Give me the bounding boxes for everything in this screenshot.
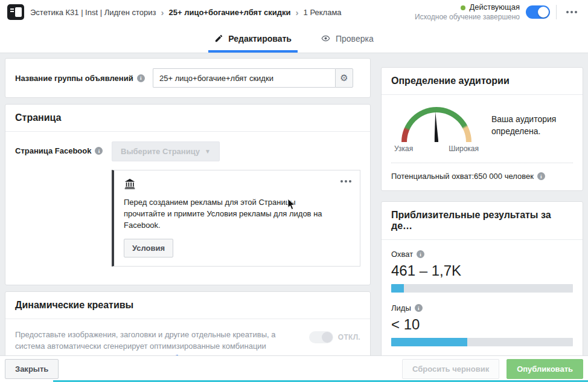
gauge-left-label: Узкая bbox=[394, 144, 413, 153]
divider bbox=[391, 163, 573, 163]
leads-progress-fill bbox=[391, 338, 467, 346]
chevron-right-icon bbox=[161, 8, 164, 17]
reach-progress-bar bbox=[391, 284, 573, 293]
adset-name-card: Название группы объявлений i ⚙ bbox=[5, 58, 371, 98]
chevron-right-icon bbox=[296, 8, 299, 17]
tab-review[interactable]: Проверка bbox=[318, 24, 376, 53]
toggle-knob bbox=[538, 7, 549, 18]
leads-label: Лиды bbox=[391, 303, 411, 312]
breadcrumb-adset[interactable]: 25+ лицо+богачие+лбят скидки bbox=[169, 8, 291, 17]
gear-icon: ⚙ bbox=[340, 73, 348, 83]
page-card: Страница Страница Facebook i Выберите Ст… bbox=[5, 104, 371, 285]
adset-name-label: Название группы объявлений bbox=[15, 74, 133, 83]
status-label: Действующая bbox=[469, 2, 520, 12]
reach-progress-fill bbox=[391, 284, 404, 293]
status-sublabel: Исходное обучение завершено bbox=[415, 13, 520, 22]
leads-value: < 10 bbox=[391, 316, 573, 333]
ads-manager-screen: Эстетика К31 | Inst | Лидген сториз 25+ … bbox=[0, 0, 588, 382]
facebook-page-label-row: Страница Facebook i bbox=[15, 141, 112, 155]
main-content: Название группы объявлений i ⚙ Страница bbox=[0, 53, 588, 382]
adset-name-settings-button[interactable]: ⚙ bbox=[335, 68, 353, 88]
tab-edit-label: Редактировать bbox=[228, 34, 292, 44]
pencil-icon bbox=[214, 34, 223, 43]
right-column: Определение аудитории Узкая Широкая bbox=[381, 58, 583, 377]
audience-definition-title: Определение аудитории bbox=[382, 68, 583, 95]
breadcrumb-ad[interactable]: 1 Реклама bbox=[304, 8, 342, 17]
reach-value: 461 – 1,7K bbox=[391, 262, 573, 279]
info-icon[interactable]: i bbox=[417, 250, 424, 258]
delivery-status: Действующая Исходное обучение завершено bbox=[415, 2, 520, 21]
breadcrumb-campaign[interactable]: Эстетика К31 | Inst | Лидген сториз bbox=[30, 8, 156, 17]
dynamic-creatives-toggle-label: ОТКЛ. bbox=[338, 333, 360, 342]
footer-bar: Закрыть Сбросить черновик Опубликовать bbox=[0, 355, 588, 382]
tab-edit[interactable]: Редактировать bbox=[212, 24, 294, 53]
dynamic-creatives-title: Динамические креативы bbox=[5, 292, 370, 319]
info-icon[interactable]: i bbox=[415, 304, 423, 312]
top-bar: Эстетика К31 | Inst | Лидген сториз 25+ … bbox=[0, 0, 588, 24]
notice-more-options-icon[interactable] bbox=[337, 176, 355, 186]
sidebar-toggle-icon[interactable] bbox=[7, 4, 24, 20]
audience-gauge: Узкая Широкая bbox=[391, 105, 482, 153]
adset-name-label-row: Название группы объявлений i bbox=[15, 74, 153, 83]
toggle-knob bbox=[322, 332, 333, 343]
select-page-placeholder: Выберите Страницу bbox=[121, 147, 200, 156]
reach-label: Охват bbox=[391, 250, 413, 259]
publish-button[interactable]: Опубликовать bbox=[507, 359, 583, 379]
bank-icon bbox=[124, 178, 136, 190]
info-icon[interactable]: i bbox=[537, 172, 545, 180]
dynamic-creatives-toggle[interactable] bbox=[309, 331, 333, 343]
divider bbox=[556, 5, 557, 19]
caret-down-icon: ▼ bbox=[205, 148, 211, 155]
audience-definition-card: Определение аудитории Узкая Широкая bbox=[381, 67, 583, 191]
page-section-title: Страница bbox=[5, 105, 370, 132]
more-options-icon[interactable] bbox=[563, 7, 581, 17]
discard-draft-button[interactable]: Сбросить черновик bbox=[402, 359, 499, 379]
info-icon[interactable]: i bbox=[95, 147, 103, 155]
terms-notice-box: Перед созданием рекламы для этой Страниц… bbox=[112, 170, 360, 267]
menu-line-icon bbox=[10, 11, 14, 12]
leads-metric: Лиды i < 10 bbox=[391, 303, 573, 346]
leads-progress-bar bbox=[391, 338, 573, 346]
adset-active-toggle[interactable] bbox=[526, 5, 550, 19]
info-icon[interactable]: i bbox=[137, 74, 145, 82]
estimated-results-title: Приблизительные результаты за де… bbox=[382, 202, 583, 240]
adset-name-input[interactable] bbox=[153, 68, 335, 88]
audience-status-text: Ваша аудитория определена. bbox=[491, 105, 570, 138]
tab-bar: Редактировать Проверка bbox=[0, 24, 588, 53]
left-column: Название группы объявлений i ⚙ Страница bbox=[5, 58, 371, 377]
gauge-right-label: Широкая bbox=[449, 144, 479, 153]
facebook-page-label: Страница Facebook bbox=[15, 146, 91, 155]
select-page-dropdown[interactable]: Выберите Страницу ▼ bbox=[112, 141, 220, 161]
terms-button[interactable]: Условия bbox=[124, 239, 173, 257]
status-dot-icon bbox=[461, 5, 465, 10]
menu-line-icon bbox=[10, 8, 14, 10]
tab-review-label: Проверка bbox=[336, 34, 374, 44]
panel-shape bbox=[15, 7, 22, 17]
close-button[interactable]: Закрыть bbox=[5, 359, 59, 379]
mouse-cursor-icon bbox=[287, 198, 296, 210]
eye-icon bbox=[321, 34, 331, 43]
breadcrumb: Эстетика К31 | Inst | Лидген сториз 25+ … bbox=[30, 8, 409, 17]
reach-metric: Охват i 461 – 1,7K bbox=[391, 250, 573, 293]
potential-reach-text: Потенциальный охват:650 000 человек bbox=[391, 172, 534, 181]
